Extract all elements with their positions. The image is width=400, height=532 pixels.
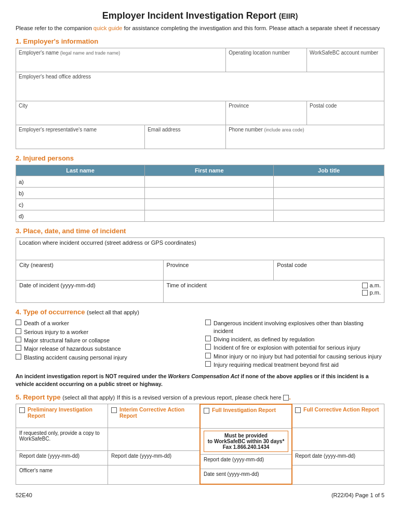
full-corrective-body: [292, 428, 384, 451]
preliminary-officer-field: Officer's name: [16, 466, 108, 480]
occurrence-checkbox[interactable]: [205, 353, 211, 358]
operating-location-label: Operating location number: [229, 50, 304, 56]
occurrence-checkbox[interactable]: [205, 361, 211, 367]
row-c-first: [145, 199, 274, 210]
occurrence-item[interactable]: Minor injury or no injury but had potent…: [205, 353, 384, 360]
section3-title: 3. Place, date, and time of incident: [16, 227, 384, 235]
revised-checkbox[interactable]: [283, 395, 289, 401]
occurrence-checkbox[interactable]: [205, 344, 211, 350]
date-of-incident-label: Date of incident (yyyy-mm-dd): [19, 282, 160, 288]
city-nearest-label: City (nearest): [19, 262, 160, 268]
occurrence-checkbox[interactable]: [16, 354, 21, 360]
full-corrective-col: Full Corrective Action Report Report dat…: [292, 404, 384, 484]
province3-label: Province: [167, 262, 271, 268]
preliminary-header: Preliminary Investigation Report: [16, 404, 108, 428]
injured-persons-table: Last name First name Job title a) b) c) …: [16, 165, 384, 222]
table-row: c): [16, 199, 384, 210]
form-number: 52E40: [16, 492, 32, 498]
occurrence-item[interactable]: Serious injury to a worker: [16, 328, 195, 336]
occurrence-item[interactable]: Dangerous incident involving explosives …: [205, 320, 384, 335]
occurrence-item[interactable]: Diving incident, as defined by regulatio…: [205, 336, 384, 343]
occurrence-checkbox[interactable]: [16, 337, 21, 342]
row-b-job: [274, 188, 384, 199]
occurrence-right: Dangerous incident involving explosives …: [205, 318, 384, 369]
full-corrective-title: Full Corrective Action Report: [303, 406, 379, 413]
subtitle: Please refer to the companion quick guid…: [16, 24, 384, 32]
interim-col: Interim Corrective Action Report Report …: [108, 404, 200, 484]
pm-checkbox[interactable]: [362, 290, 368, 296]
interim-body: [108, 428, 199, 451]
table-row: d): [16, 210, 384, 222]
am-checkbox[interactable]: [362, 283, 368, 288]
occurrence-checkbox[interactable]: [205, 336, 211, 341]
full-investigation-col: Full Investigation Report Must be provid…: [199, 404, 292, 485]
employer-name-label: Employer's name (legal name and trade na…: [19, 50, 223, 56]
occurrence-checkbox[interactable]: [16, 345, 21, 351]
report-type-grid: Preliminary Investigation Report If requ…: [16, 404, 384, 485]
full-investigation-checkbox[interactable]: [204, 408, 209, 414]
full-investigation-sent-field: Date sent (yyyy-mm-dd): [201, 469, 291, 484]
postal-code-label: Postal code: [310, 103, 381, 109]
city-label: City: [19, 103, 223, 109]
occurrence-checkbox[interactable]: [16, 328, 21, 334]
phone-label: Phone number (include area code): [229, 127, 381, 132]
row-a-job: [274, 176, 384, 188]
pm-label: p.m.: [370, 289, 381, 296]
full-corrective-checkbox[interactable]: [295, 407, 301, 413]
last-name-header: Last name: [16, 165, 145, 176]
interim-title: Interim Corrective Action Report: [119, 406, 196, 419]
row-b-first: [145, 188, 274, 199]
occurrence-left: Death of a worker Serious injury to a wo…: [16, 318, 195, 369]
interim-date-field: Report date (yyyy-mm-dd): [108, 451, 199, 466]
occurrence-checkbox[interactable]: [205, 320, 211, 325]
row-d-job: [274, 210, 384, 222]
am-option[interactable]: a.m.: [362, 282, 381, 288]
table-row: b): [16, 188, 384, 199]
location-label: Location where incident occurred (street…: [19, 240, 381, 246]
pm-option[interactable]: p.m.: [362, 289, 381, 296]
occurrence-item[interactable]: Major release of hazardous substance: [16, 345, 195, 352]
preliminary-checkbox[interactable]: [19, 407, 25, 413]
interim-checkbox[interactable]: [111, 407, 117, 413]
preliminary-date-field: Report date (yyyy-mm-dd): [16, 451, 108, 466]
occurrence-item[interactable]: Death of a worker: [16, 320, 195, 327]
occurrence-item[interactable]: Injury requiring medical treatment beyon…: [205, 361, 384, 368]
am-label: a.m.: [370, 282, 381, 288]
full-investigation-title: Full Investigation Report: [212, 407, 276, 413]
employer-info-table: Employer's name (legal name and trade na…: [16, 48, 384, 149]
occurrence-item[interactable]: Major structural failure or collapse: [16, 337, 195, 344]
postal-code3-label: Postal code: [277, 262, 381, 268]
time-of-incident-label: Time of incident: [167, 282, 207, 288]
row-c-last: c): [16, 199, 145, 210]
row-d-last: d): [16, 210, 145, 222]
occurrence-item[interactable]: Blasting accident causing personal injur…: [16, 354, 195, 361]
table-row: a): [16, 176, 384, 188]
revision-info: (R22/04) Page 1 of 5: [331, 492, 384, 498]
row-a-last: a): [16, 176, 145, 188]
full-investigation-date-field: Report date (yyyy-mm-dd): [201, 455, 291, 469]
full-corrective-officer-field: [292, 466, 384, 480]
page-title: Employer Incident Investigation Report (…: [16, 10, 384, 21]
occurrence-note: An incident investigation report is NOT …: [16, 373, 384, 388]
full-investigation-header: Full Investigation Report: [201, 405, 291, 429]
section5-title: 5. Report type (select all that apply) I…: [16, 393, 384, 401]
full-investigation-body: Must be provided to WorkSafeBC within 30…: [201, 429, 291, 455]
rep-name-label: Employer's representative's name: [19, 127, 142, 132]
first-name-header: First name: [145, 165, 274, 176]
occurrence-item[interactable]: Incident of fire or explosion with poten…: [205, 344, 384, 351]
section1-title: 1. Employer's information: [16, 37, 384, 45]
row-c-job: [274, 199, 384, 210]
job-title-header: Job title: [274, 165, 384, 176]
email-label: Email address: [148, 127, 223, 132]
footer: 52E40 (R22/04) Page 1 of 5: [16, 492, 384, 498]
interim-header: Interim Corrective Action Report: [108, 404, 199, 428]
row-d-first: [145, 210, 274, 222]
province-label: Province: [229, 103, 304, 109]
interim-officer-field: [108, 466, 199, 480]
occurrence-checkbox[interactable]: [16, 320, 21, 325]
worksafebc-label: WorkSafeBC account number: [310, 50, 381, 56]
preliminary-body: If requested only, provide a copy to Wor…: [16, 428, 108, 451]
preliminary-col: Preliminary Investigation Report If requ…: [16, 404, 108, 484]
quick-guide-link[interactable]: quick guide: [94, 25, 123, 31]
section4-title: 4. Type of occurrence (select all that a…: [16, 308, 384, 316]
